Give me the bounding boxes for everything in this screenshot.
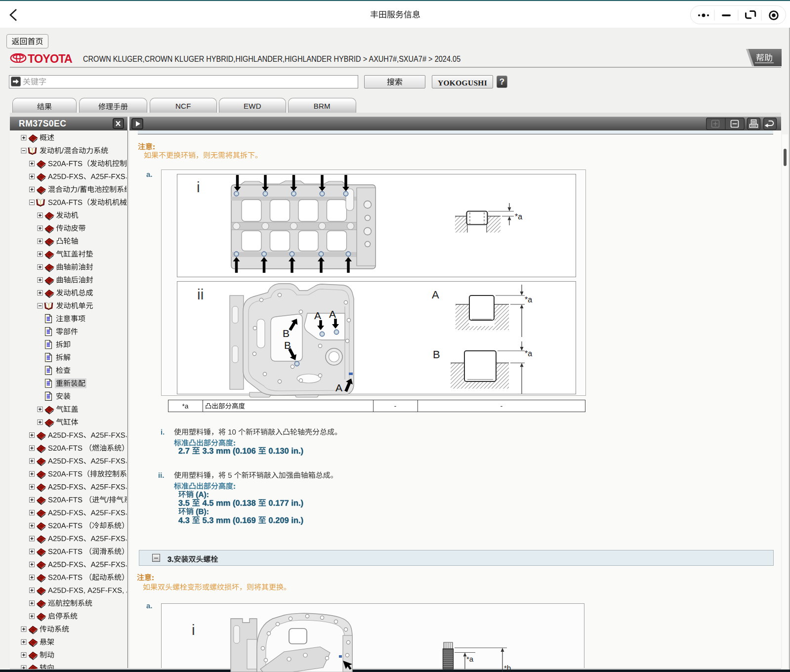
svg-text:i: i [192,622,195,638]
svg-text:*a: *a [525,349,532,358]
svg-text:ii: ii [197,286,204,302]
svg-text:B: B [284,339,291,351]
svg-text:A: A [335,382,342,393]
svg-text:*a: *a [515,212,522,221]
svg-text:*a: *a [525,295,532,304]
svg-text:B: B [433,348,440,361]
svg-text:B: B [283,328,290,339]
svg-text:A: A [329,308,336,320]
svg-text:*a: *a [466,655,474,663]
svg-text:A: A [314,310,321,321]
svg-text:A: A [432,289,439,301]
svg-text:*b: *b [504,664,511,672]
svg-text:i: i [197,179,200,195]
